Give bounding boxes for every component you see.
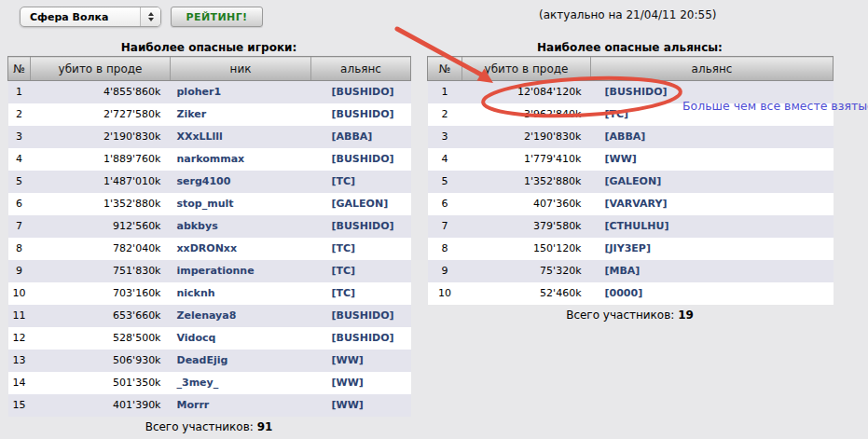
rank-cell: 3	[428, 126, 462, 148]
alliance-cell: [WW]	[311, 372, 411, 394]
rank-cell: 5	[428, 171, 462, 193]
rank-cell: 7	[428, 215, 462, 238]
kills-cell: 1'487'010k	[31, 171, 171, 193]
table-row: 5 1'352'880k [GALEON]	[428, 171, 834, 193]
table-row: 2 2'727'580k Ziker [BUSHIDO]	[8, 103, 411, 126]
alliance-cell: [TC]	[311, 260, 411, 282]
chevron-down-icon	[148, 18, 154, 21]
table-row: 14 501'350k _3mey_ [WW]	[8, 372, 411, 394]
col-header-kills: убито в проде	[31, 57, 171, 81]
rank-cell: 8	[428, 238, 462, 260]
nick-cell: serg4100	[171, 171, 311, 193]
rank-cell: 14	[8, 372, 31, 394]
kills-cell: 12'084'120k	[462, 81, 591, 103]
alliance-cell: [ABBA]	[311, 126, 411, 148]
alliance-cell: [JIY3EP]	[591, 238, 834, 260]
nick-cell: Ziker	[171, 103, 311, 126]
alliances-total-value: 19	[678, 309, 694, 322]
alliance-cell: [BUSHIDO]	[591, 81, 834, 103]
kills-cell: 407'360k	[462, 193, 591, 215]
rank-cell: 3	[8, 126, 31, 148]
table-row: 7 379'580k [CTHULHU]	[428, 215, 834, 238]
alliance-cell: [BUSHIDO]	[311, 81, 411, 103]
nick-cell: Zelenaya8	[171, 305, 311, 327]
alliances-panel: Наиболее опасные альянсы: № убито в прод…	[427, 42, 833, 322]
alliances-total-label: Всего участников:	[566, 309, 674, 322]
table-row: 1 4'855'860k ploher1 [BUSHIDO]	[8, 81, 411, 103]
nick-cell: Vidocq	[171, 327, 311, 350]
alliance-cell: [VARVARY]	[591, 193, 834, 215]
players-total: Всего участников: 91	[7, 420, 410, 433]
alliance-cell: [TC]	[311, 282, 411, 305]
rank-cell: 9	[8, 260, 31, 282]
table-row: 10 52'460k [0000]	[428, 282, 834, 305]
kills-cell: 379'580k	[462, 215, 591, 238]
kills-cell: 501'350k	[31, 372, 171, 394]
rank-cell: 13	[8, 350, 31, 372]
rank-cell: 2	[8, 103, 31, 126]
table-row: 9 75'320k [MBA]	[428, 260, 834, 282]
alliance-cell: [BUSHIDO]	[311, 103, 411, 126]
nick-cell: DeadEjig	[171, 350, 311, 372]
rank-cell: 10	[8, 282, 31, 305]
table-row: 4 1'779'410k [WW]	[428, 148, 834, 171]
alliance-cell: [TC]	[311, 238, 411, 260]
rank-cell: 4	[8, 148, 31, 171]
kills-cell: 912'560k	[31, 215, 171, 238]
kills-cell: 528'500k	[31, 327, 171, 350]
nick-cell: narkommax	[171, 148, 311, 171]
table-row: 8 150'120k [JIY3EP]	[428, 238, 834, 260]
alliance-cell: [WW]	[311, 394, 411, 417]
table-row: 3 2'190'830k [ABBA]	[428, 126, 834, 148]
alliances-table: № убито в проде альянс 1 12'084'120k [BU…	[427, 56, 834, 305]
alliance-cell: [CTHULHU]	[591, 215, 834, 238]
alliance-cell: [BUSHIDO]	[311, 327, 411, 350]
select-stepper-icon	[140, 7, 160, 26]
kills-cell: 2'190'830k	[462, 126, 591, 148]
kills-cell: 782'040k	[31, 238, 171, 260]
server-select[interactable]: Сфера Волка	[20, 7, 161, 27]
col-header-nick: ник	[171, 57, 311, 81]
alliances-total: Всего участников: 19	[427, 309, 833, 322]
nick-cell: ploher1	[171, 81, 311, 103]
rating-button[interactable]: РЕЙТИНГ!	[171, 7, 263, 27]
updated-timestamp: (актуально на 21/04/11 20:55)	[539, 8, 716, 21]
table-row: 4 1'889'760k narkommax [BUSHIDO]	[8, 148, 411, 171]
players-total-label: Всего участников:	[145, 420, 254, 433]
kills-cell: 506'930k	[31, 350, 171, 372]
rank-cell: 15	[8, 394, 31, 417]
kills-cell: 1'779'410k	[462, 148, 591, 171]
kills-cell: 751'830k	[31, 260, 171, 282]
rank-cell: 4	[428, 148, 462, 171]
col-header-rank: №	[428, 57, 462, 81]
kills-cell: 150'120k	[462, 238, 591, 260]
players-table-title: Наиболее опасные игроки:	[7, 42, 410, 56]
players-table: № убито в проде ник альянс 1 4'855'860k …	[7, 56, 411, 417]
server-select-value: Сфера Волка	[21, 11, 140, 23]
nick-cell: xxDRONxx	[171, 238, 311, 260]
rank-cell: 6	[8, 193, 31, 215]
rank-cell: 6	[428, 193, 462, 215]
rank-cell: 8	[8, 238, 31, 260]
kills-cell: 401'390k	[31, 394, 171, 417]
alliance-cell: [ABBA]	[591, 126, 834, 148]
nick-cell: XXxLLlll	[171, 126, 311, 148]
alliances-header-row: № убито в проде альянс	[428, 57, 834, 81]
kills-cell: 52'460k	[462, 282, 591, 305]
players-header-row: № убито в проде ник альянс	[8, 57, 411, 81]
table-row: 6 407'360k [VARVARY]	[428, 193, 834, 215]
alliance-cell: [BUSHIDO]	[311, 148, 411, 171]
nick-cell: abkbys	[171, 215, 311, 238]
table-row: 12 528'500k Vidocq [BUSHIDO]	[8, 327, 411, 350]
table-row: 5 1'487'010k serg4100 [TC]	[8, 171, 411, 193]
table-row: 9 751'830k imperationne [TC]	[8, 260, 411, 282]
kills-cell: 4'855'860k	[31, 81, 171, 103]
table-row: 10 703'160k nicknh [TC]	[8, 282, 411, 305]
col-header-kills: убито в проде	[462, 57, 591, 81]
table-row: 2 3'962'840k [TC]	[428, 103, 834, 126]
table-row: 15 401'390k Morrr [WW]	[8, 394, 411, 417]
nick-cell: stop_mult	[171, 193, 311, 215]
kills-cell: 2'727'580k	[31, 103, 171, 126]
alliance-cell: [WW]	[591, 148, 834, 171]
table-row: 8 782'040k xxDRONxx [TC]	[8, 238, 411, 260]
